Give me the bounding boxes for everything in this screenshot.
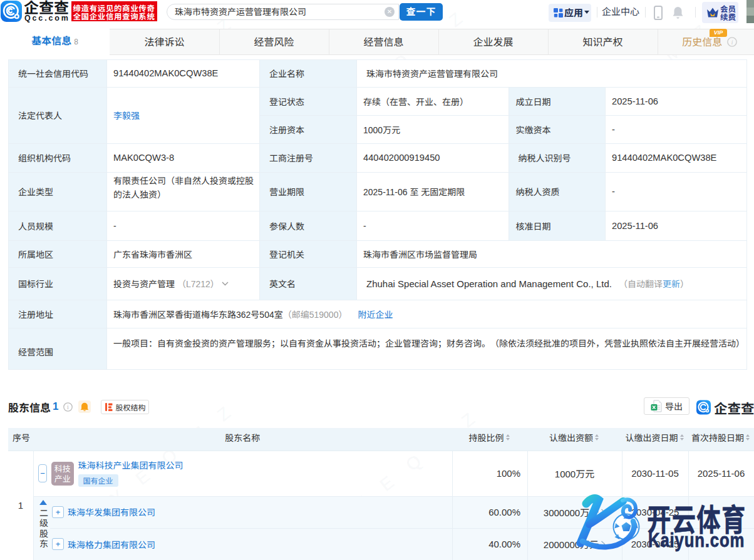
svg-text:i: i xyxy=(68,404,70,410)
svg-text:i: i xyxy=(731,39,733,46)
